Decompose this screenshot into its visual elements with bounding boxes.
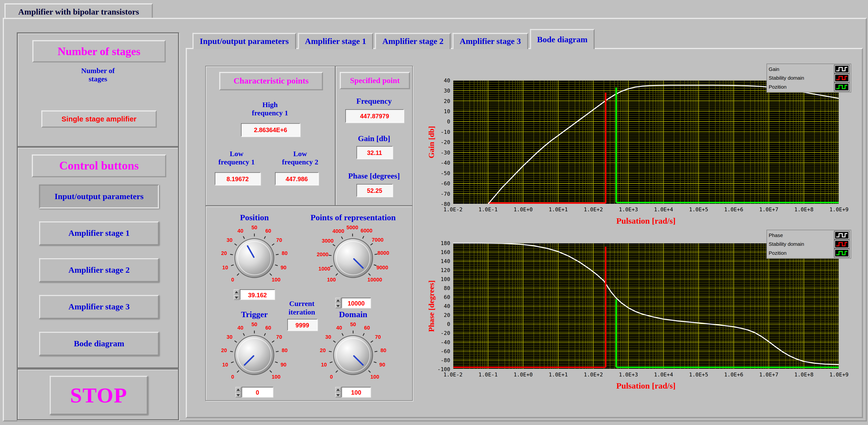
svg-text:-60: -60 — [440, 348, 450, 354]
svg-text:1.0E-2: 1.0E-2 — [443, 206, 463, 212]
position-knob[interactable]: 0102030405060708090100 — [215, 219, 293, 297]
points-decrement-icon[interactable] — [335, 303, 341, 308]
svg-text:60: 60 — [266, 228, 271, 234]
svg-text:1.0E+2: 1.0E+2 — [584, 206, 603, 212]
legend-waveform-icon — [834, 83, 849, 91]
svg-text:100: 100 — [272, 374, 280, 380]
tab-row: Input/output parameters Amplifier stage … — [192, 31, 596, 49]
frequency-value: 447.87979 — [345, 109, 404, 123]
svg-text:-40: -40 — [440, 160, 450, 166]
svg-text:1.0E+8: 1.0E+8 — [794, 206, 813, 212]
svg-text:120: 120 — [440, 267, 450, 273]
svg-text:80: 80 — [380, 347, 386, 353]
stage-selector-value: Single stage amplifier — [61, 115, 136, 123]
button-bode-diagram[interactable]: Bode diagram — [39, 332, 159, 356]
legend-waveform-icon — [834, 231, 849, 239]
svg-text:1.0E+0: 1.0E+0 — [514, 206, 533, 212]
stop-button[interactable]: STOP — [50, 376, 148, 415]
phase-chart: 180160140120100806040200-20-40-60-80-100… — [415, 229, 861, 397]
svg-text:5000: 5000 — [346, 224, 359, 230]
legend-item-stability-domain: Stability domain — [769, 240, 849, 249]
number-of-stages-title: Number of stages — [32, 40, 166, 62]
control-buttons-title: Control buttons — [32, 155, 166, 177]
stop-panel: STOP — [17, 368, 179, 420]
tab-amplifier-stage-1[interactable]: Amplifier stage 1 — [298, 33, 373, 49]
legend-waveform-icon — [834, 65, 849, 73]
gain-db-label: Gain [db] — [336, 134, 412, 143]
svg-text:30: 30 — [227, 334, 232, 340]
svg-text:100: 100 — [272, 276, 280, 283]
svg-text:80: 80 — [444, 285, 450, 291]
points-of-representation-knob[interactable]: 1001000200030004000500060007000800090001… — [314, 219, 392, 297]
button-input-output-parameters[interactable]: Input/output parameters — [39, 185, 159, 208]
svg-text:30: 30 — [326, 334, 331, 340]
button-amplifier-stage-3[interactable]: Amplifier stage 3 — [39, 295, 159, 319]
tab-amplifier-stage-3[interactable]: Amplifier stage 3 — [453, 33, 528, 49]
button-amplifier-stage-2[interactable]: Amplifier stage 2 — [39, 258, 159, 282]
high-frequency-1-value: 2.86364E+6 — [241, 123, 300, 136]
svg-text:6000: 6000 — [361, 228, 373, 234]
svg-text:60: 60 — [266, 325, 271, 331]
stage-selector[interactable]: Single stage amplifier — [41, 110, 157, 128]
button-amplifier-stage-1[interactable]: Amplifier stage 1 — [39, 221, 159, 245]
phase-chart-legend: PhaseStability domainPozition — [767, 230, 851, 259]
number-of-stages-label: Number of stages — [18, 67, 178, 84]
legend-item-phase: Phase — [769, 231, 849, 240]
window-tab-label: Amplifier with bipolar transistors — [18, 7, 139, 17]
tab-bode-diagram[interactable]: Bode diagram — [530, 29, 595, 49]
svg-text:1.0E+7: 1.0E+7 — [759, 371, 778, 378]
svg-text:90: 90 — [379, 362, 385, 368]
gain-chart: 403020100-10-20-30-40-50-60-70-801.0E-21… — [415, 62, 861, 230]
phase-chart-ylabel: Phase [degrees] — [427, 280, 436, 332]
svg-text:10000: 10000 — [367, 276, 382, 283]
window-tab[interactable]: Amplifier with bipolar transistors — [4, 3, 153, 20]
svg-text:8000: 8000 — [377, 250, 389, 256]
svg-text:-80: -80 — [440, 357, 450, 363]
low-frequency-1-value: 8.19672 — [215, 172, 260, 185]
tab-amplifier-stage-2[interactable]: Amplifier stage 2 — [375, 33, 451, 49]
svg-text:1.0E+2: 1.0E+2 — [584, 371, 603, 378]
svg-text:1.0E+5: 1.0E+5 — [689, 206, 708, 212]
svg-text:90: 90 — [281, 362, 286, 368]
control-buttons-panel: Control buttons Input/output parameters … — [17, 147, 179, 369]
svg-text:70: 70 — [375, 334, 381, 340]
svg-text:1.0E+1: 1.0E+1 — [549, 206, 568, 212]
domain-knob[interactable]: 0102030405060708090100 — [314, 316, 392, 394]
points-increment-icon[interactable] — [335, 298, 341, 303]
tab-input-output-parameters[interactable]: Input/output parameters — [192, 33, 296, 49]
gain-chart-ylabel: Gain [db] — [427, 126, 436, 158]
svg-text:-70: -70 — [440, 191, 450, 197]
stop-button-label: STOP — [70, 383, 127, 407]
svg-text:50: 50 — [251, 224, 257, 230]
high-frequency-1-label: High frequency 1 — [228, 101, 312, 118]
points-spinner[interactable] — [335, 298, 341, 308]
svg-text:1.0E-1: 1.0E-1 — [478, 371, 498, 378]
svg-text:10: 10 — [222, 362, 228, 368]
low-frequency-1-label: Low frequency 1 — [209, 150, 264, 167]
svg-text:50: 50 — [350, 321, 356, 327]
svg-text:20: 20 — [444, 98, 450, 104]
svg-text:40: 40 — [444, 303, 450, 309]
svg-text:1.0E+9: 1.0E+9 — [829, 371, 848, 378]
trigger-knob[interactable]: 0102030405060708090100 — [215, 316, 293, 394]
svg-text:100: 100 — [327, 276, 336, 283]
svg-text:1.0E+1: 1.0E+1 — [549, 371, 568, 378]
svg-text:1.0E+9: 1.0E+9 — [829, 206, 848, 212]
svg-text:2000: 2000 — [317, 251, 329, 257]
svg-text:0: 0 — [231, 374, 234, 380]
svg-text:20: 20 — [444, 312, 450, 318]
svg-text:-40: -40 — [440, 339, 450, 345]
low-frequency-2-value: 447.986 — [275, 172, 318, 185]
svg-text:20: 20 — [221, 250, 227, 256]
svg-text:80: 80 — [282, 250, 287, 256]
legend-item-pozition: Pozition — [769, 83, 849, 92]
svg-text:0: 0 — [447, 321, 450, 327]
svg-text:70: 70 — [276, 237, 282, 243]
phase-degrees-value: 52.25 — [356, 184, 393, 197]
legend-waveform-icon — [834, 240, 849, 248]
points-value-control[interactable]: 10000 — [335, 298, 371, 308]
svg-text:-30: -30 — [440, 150, 450, 156]
characteristic-points-title: Characteristic points — [219, 72, 323, 90]
svg-text:40: 40 — [238, 228, 243, 234]
svg-text:1.0E-2: 1.0E-2 — [443, 371, 463, 378]
